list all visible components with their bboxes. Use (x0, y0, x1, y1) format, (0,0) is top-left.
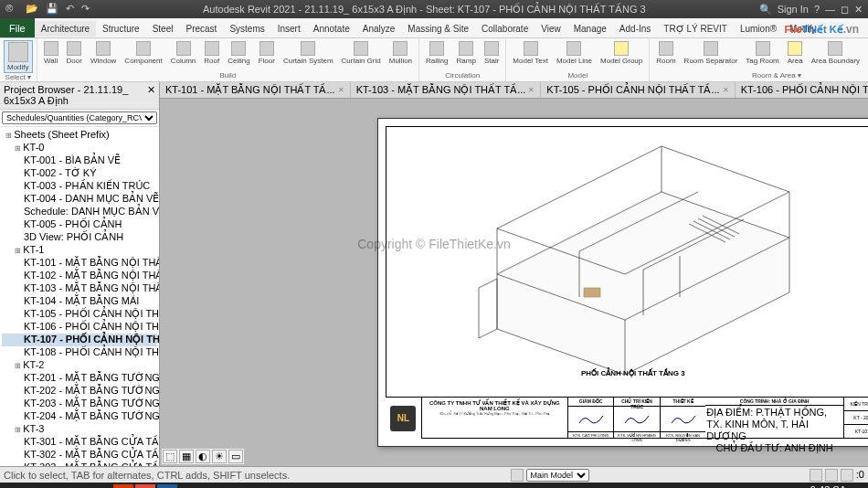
start-button[interactable]: ⊞ (4, 484, 24, 488)
qat-redo-icon[interactable]: ↷ (81, 3, 90, 16)
tool-column[interactable]: Column (168, 40, 199, 66)
tool-mullion[interactable]: Mullion (386, 40, 415, 66)
tool-tagroom[interactable]: Tag Room (743, 40, 781, 66)
ribbon-tab-steel[interactable]: Steel (146, 21, 180, 37)
select-links-icon[interactable] (810, 469, 822, 482)
close-button[interactable]: ✕ (854, 4, 863, 16)
close-tab-icon[interactable]: ✕ (528, 86, 535, 94)
browser-tree[interactable]: Sheets (Sheet Prefix)KT-0KT-001 - BÌA BẢ… (0, 127, 159, 466)
autocad-icon[interactable]: A (135, 484, 155, 488)
help-icon[interactable]: ? (814, 4, 820, 15)
revit-taskbar-icon[interactable]: R (157, 484, 177, 488)
ribbon-tab-architecture[interactable]: Architecture (35, 21, 96, 37)
tool-stair[interactable]: Stair (482, 40, 502, 66)
tool-curtainsystem[interactable]: Curtain System (281, 40, 336, 66)
explorer-icon[interactable]: 📁 (69, 484, 90, 488)
tree-sheet-item[interactable]: KT-003 - PHẦN KIẾN TRÚC (2, 180, 157, 193)
tree-sheet-item[interactable]: KT-001 - BÌA BẢN VẼ (2, 154, 157, 167)
ribbon-tab-systems[interactable]: Systems (223, 21, 270, 37)
ribbon-tab-insert[interactable]: Insert (271, 21, 307, 37)
tree-sheet-item[interactable]: KT-103 - MẶT BẰNG NỘI THẤT TẦNG 3 (2, 282, 157, 295)
tool-ramp[interactable]: Ramp (454, 40, 479, 66)
tool-floor[interactable]: Floor (256, 40, 278, 66)
tool-railing[interactable]: Railing (423, 40, 450, 66)
ribbon-tab-view[interactable]: View (535, 21, 567, 37)
tool-window[interactable]: Window (88, 40, 119, 66)
filter-icon[interactable] (841, 469, 853, 482)
close-tab-icon[interactable]: ✕ (338, 86, 344, 94)
tree-sheet-item[interactable]: Schedule: DANH MỤC BẢN VẼ KIẾN TRÚC (2, 206, 157, 218)
browser-filter-select[interactable]: Schedules/Quantities (Category_RCVN) (2, 111, 157, 124)
drawing-canvas[interactable]: PHỐI CẢNH NỘI THẤT TẦNG 3 NL CÔNG TY TNH… (160, 99, 868, 466)
tree-sheet-item[interactable]: KT-002 - TỜ KÝ (2, 167, 157, 180)
tree-sheet-item[interactable]: KT-201 - MẶT BẰNG TƯỜNG XÂY TẦNG 1 (2, 372, 157, 385)
tree-group[interactable]: KT-2 (2, 359, 157, 372)
tree-sheet-item[interactable]: KT-004 - DANH MỤC BẢN VẼ (2, 193, 157, 206)
view-tab[interactable]: KT-101 - MẶT BẰNG NỘI THẤT TẦ...✕ (160, 82, 351, 98)
detail-level-icon[interactable]: ▦ (179, 450, 194, 463)
ribbon-tab-collaborate[interactable]: Collaborate (475, 21, 535, 37)
tool-modelline[interactable]: Model Line (554, 40, 595, 66)
tree-sheet-item[interactable]: KT-204 - MẶT BẰNG TƯỜNG XÂY MÁI (2, 410, 157, 423)
search-icon[interactable]: 🔍 (759, 4, 772, 16)
task-view-icon[interactable]: ⧉ (48, 484, 68, 488)
worksets-icon[interactable] (511, 469, 524, 482)
view-tab[interactable]: KT-105 - PHỐI CẢNH NỘI THẤT TẦ...✕ (541, 82, 735, 98)
tree-sheet-item[interactable]: KT-102 - MẶT BẰNG NỘI THẤT TẦNG 2 (2, 270, 157, 282)
close-tab-icon[interactable]: ✕ (723, 86, 729, 94)
qat-open-icon[interactable]: 📂 (26, 3, 38, 16)
modify-tool[interactable]: Modify (4, 40, 33, 73)
ribbon-tab-massingsite[interactable]: Massing & Site (401, 21, 475, 37)
ribbon-tab-precast[interactable]: Precast (179, 21, 223, 37)
tool-modelgroup[interactable]: Model Group (598, 40, 645, 66)
tool-roomseparator[interactable]: Room Separator (682, 40, 741, 66)
qat-save-icon[interactable]: 💾 (46, 3, 58, 16)
sun-path-icon[interactable]: ☀ (212, 450, 227, 463)
signin-link[interactable]: Sign In (778, 4, 809, 15)
ribbon-tab-lumion[interactable]: Lumion® (734, 21, 783, 37)
tree-sheet-item[interactable]: KT-303 - MẶT BẰNG CỬA TẦNG 3 (2, 461, 157, 466)
tree-sheet-item[interactable]: KT-108 - PHỐI CẢNH NỘI THẤT MÁI (2, 346, 157, 359)
search-taskbar-icon[interactable]: 🔍 (26, 484, 46, 488)
scale-control[interactable]: ⬚ (163, 450, 177, 463)
ribbon-tab-trlrevit[interactable]: TRỢ LÝ REVIT (657, 21, 734, 37)
visual-style-icon[interactable]: ◐ (196, 450, 210, 463)
tool-component[interactable]: Component (122, 40, 164, 66)
tool-modeltext[interactable]: Model Text (510, 40, 551, 66)
tool-area[interactable]: Area (785, 40, 806, 66)
ribbon-tab-addins[interactable]: Add-Ins (613, 21, 657, 37)
ribbon-tab-structure[interactable]: Structure (96, 21, 146, 37)
tree-sheet-item[interactable]: KT-101 - MẶT BẰNG NỘI THẤT TẦNG 1 (2, 257, 157, 270)
tree-group[interactable]: KT-3 (2, 423, 157, 436)
tree-sheet-item[interactable]: KT-104 - MẶT BẰNG MÁI (2, 295, 157, 308)
tree-sheet-item[interactable]: KT-302 - MẶT BẰNG CỬA TẦNG 2 (2, 449, 157, 461)
tree-group[interactable]: KT-1 (2, 244, 157, 257)
tree-sheet-item[interactable]: KT-107 - PHỐI CẢNH NỘI THẤT TẦNG 3 (2, 334, 157, 346)
ribbon-tab-manage[interactable]: Manage (567, 21, 613, 37)
ribbon-tab-annotate[interactable]: Annotate (307, 21, 356, 37)
main-model-select[interactable]: Main Model (526, 469, 589, 482)
maximize-button[interactable]: ◻ (841, 4, 849, 16)
edge-icon[interactable]: 🌐 (91, 484, 111, 488)
tree-sheet-item[interactable]: KT-203 - MẶT BẰNG TƯỜNG XÂY TẦNG 3 (2, 398, 157, 410)
tool-door[interactable]: Door (64, 40, 85, 66)
tool-areaboundary[interactable]: Area Boundary (809, 40, 863, 66)
tree-group[interactable]: KT-0 (2, 142, 157, 154)
tool-ceiling[interactable]: Ceiling (225, 40, 252, 66)
crop-icon[interactable]: ▭ (228, 450, 243, 463)
qat-undo-icon[interactable]: ↶ (66, 3, 74, 16)
view-tab[interactable]: KT-103 - MẶT BẰNG NỘI THẤT TẦ...✕ (351, 82, 542, 98)
browser-close-icon[interactable]: ✕ (147, 84, 155, 107)
tree-sheet-item[interactable]: KT-005 - PHỐI CẢNH (2, 218, 157, 231)
tree-sheet-item[interactable]: 3D View: PHỐI CẢNH (2, 231, 157, 244)
app-icon-1[interactable]: ⬚ (113, 484, 133, 488)
tool-room[interactable]: Room (653, 40, 678, 66)
tree-sheet-item[interactable]: KT-202 - MẶT BẰNG TƯỜNG XÂY TẦNG 2 (2, 385, 157, 398)
file-tab[interactable]: File (0, 18, 35, 37)
ribbon-tab-analyze[interactable]: Analyze (356, 21, 402, 37)
tree-sheet-item[interactable]: KT-301 - MẶT BẰNG CỬA TẦNG 1 (2, 436, 157, 449)
tree-sheet-item[interactable]: KT-106 - PHỐI CẢNH NỘI THẤT TẦNG 2 (2, 321, 157, 334)
tool-wall[interactable]: Wall (41, 40, 61, 66)
view-tab[interactable]: KT-106 - PHỐI CẢNH NỘI THẤT TẦ...✕ (736, 82, 868, 98)
tree-sheets-root[interactable]: Sheets (Sheet Prefix) (2, 129, 157, 142)
